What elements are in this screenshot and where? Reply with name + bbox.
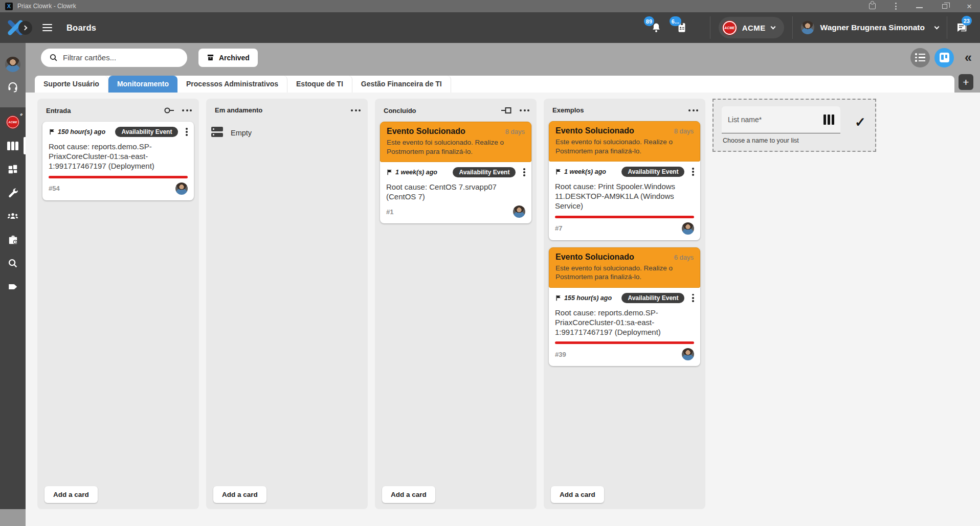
tab-suporte-usuario[interactable]: Suporte Usuário xyxy=(35,76,108,93)
column-title: Concluído xyxy=(384,107,416,115)
page-title: Boards xyxy=(66,23,96,33)
list-name-input[interactable] xyxy=(728,116,823,124)
tab-estoque-de-ti[interactable]: Estoque de TI xyxy=(287,76,352,93)
notifications-button[interactable]: 89 xyxy=(651,22,662,33)
card-title: Root cause: reports.demo.SP-PriaxCoreClu… xyxy=(49,142,188,171)
tab-monitoramento[interactable]: Monitoramento xyxy=(108,76,177,93)
tag-icon xyxy=(7,281,18,292)
sidebar-item-teams[interactable] xyxy=(0,210,26,223)
org-logo-icon: ACME ⚙ xyxy=(7,116,19,128)
sidebar-item-tools[interactable] xyxy=(0,186,26,199)
card-tag-badge[interactable]: Availability Event xyxy=(621,293,684,303)
restore-button[interactable] xyxy=(942,4,947,9)
card-menu-icon[interactable] xyxy=(186,128,188,136)
card-menu-icon[interactable] xyxy=(523,168,525,176)
approvals-button[interactable]: 6... xyxy=(676,22,687,33)
banner-age: 8 days xyxy=(505,128,525,135)
add-card-button[interactable]: Add a card xyxy=(551,486,604,503)
column-menu-icon[interactable] xyxy=(688,109,698,111)
sidebar-item-support[interactable] xyxy=(0,80,26,94)
card-progress-bar xyxy=(555,341,694,344)
close-button[interactable]: × xyxy=(967,2,972,11)
minimize-button[interactable] xyxy=(916,7,923,8)
search-icon xyxy=(49,53,58,62)
archived-button[interactable]: Archived xyxy=(198,49,258,67)
add-card-button[interactable]: Add a card xyxy=(44,486,98,503)
assignee-avatar[interactable] xyxy=(513,205,525,218)
banner-body: Este evento foi solucionado. Realize o P… xyxy=(555,138,694,155)
add-board-button[interactable]: + xyxy=(959,74,973,90)
flag-icon xyxy=(386,169,393,176)
filter-cards-input[interactable] xyxy=(63,53,170,62)
menu-icon[interactable] xyxy=(42,24,52,32)
kanban-card[interactable]: Evento Solucionado 8 days Este evento fo… xyxy=(549,121,700,240)
briefcase-clock-icon xyxy=(7,234,19,246)
sidebar-user-avatar[interactable] xyxy=(5,57,20,72)
banner-age: 8 days xyxy=(674,127,694,135)
flag-icon xyxy=(49,128,55,135)
swimlane-toggle-icon[interactable] xyxy=(164,106,174,115)
empty-state: Empty xyxy=(206,119,368,139)
card-tag-badge[interactable]: Availability Event xyxy=(621,167,684,177)
sidebar-item-tags[interactable] xyxy=(0,280,26,293)
sidebar-expand-button[interactable] xyxy=(18,21,32,35)
sidebar-item-boards[interactable] xyxy=(0,139,26,152)
list-name-field[interactable] xyxy=(722,106,840,133)
column-menu-icon[interactable] xyxy=(182,109,192,111)
drag-grip-icon[interactable] xyxy=(823,115,834,125)
column-menu-icon[interactable] xyxy=(351,109,361,111)
sidebar-item-org-settings[interactable]: ACME ⚙ xyxy=(0,116,26,129)
tab-processos-administrativos[interactable]: Processos Administrativos xyxy=(177,76,287,93)
approvals-badge: 6... xyxy=(670,16,681,26)
window-title: Priax Clowrk - Clowrk xyxy=(17,3,76,10)
header-divider xyxy=(947,16,947,39)
banner-age: 6 days xyxy=(674,254,694,261)
tab-gestao-financeira-de-ti[interactable]: Gestão Financeira de TI xyxy=(352,76,451,93)
flag-icon xyxy=(555,168,562,175)
header-divider xyxy=(710,16,710,39)
card-title: Root cause: CentOS 7.srvapp07 (CentOS 7) xyxy=(386,182,525,201)
card-resolution-banner: Evento Solucionado 8 days Este evento fo… xyxy=(380,122,531,162)
add-card-button[interactable]: Add a card xyxy=(213,486,266,503)
kanban-card[interactable]: Evento Solucionado 8 days Este evento fo… xyxy=(380,122,531,223)
org-selector[interactable]: ACME ACME xyxy=(719,17,784,38)
card-tag-badge[interactable]: Availability Event xyxy=(453,167,516,177)
card-age: 1 week(s) ago xyxy=(564,168,606,175)
assignee-avatar[interactable] xyxy=(175,182,188,195)
list-name-helper: Choose a name to your list xyxy=(722,137,840,144)
card-menu-icon[interactable] xyxy=(692,168,694,176)
user-name: Wagner Brugnera Simonato xyxy=(820,23,925,32)
column-exemplos: Exemplos Evento Solucionado 8 days Este … xyxy=(544,99,705,509)
kanban-card[interactable]: Evento Solucionado 6 days Este evento fo… xyxy=(549,247,700,367)
archive-icon xyxy=(207,54,214,61)
board-toolbar: Archived « xyxy=(26,43,980,72)
banner-title: Evento Solucionado xyxy=(555,253,634,262)
window-titlebar: X Priax Clowrk - Clowrk × xyxy=(0,0,980,12)
list-view-button[interactable] xyxy=(910,48,930,67)
card-menu-icon[interactable] xyxy=(692,294,694,302)
confirm-list-icon[interactable]: ✓ xyxy=(855,115,866,130)
filter-cards-combobox[interactable] xyxy=(41,49,187,67)
sidebar-item-dashboard[interactable] xyxy=(0,163,26,176)
add-card-button[interactable]: Add a card xyxy=(382,486,435,503)
card-resolution-banner: Evento Solucionado 8 days Este evento fo… xyxy=(549,121,700,162)
card-age: 155 hour(s) ago xyxy=(564,294,612,302)
column-menu-icon[interactable] xyxy=(520,109,529,111)
card-progress-bar xyxy=(49,176,188,178)
chevron-down-icon[interactable] xyxy=(175,54,180,59)
chat-button[interactable]: 23 xyxy=(955,21,968,34)
extensions-icon[interactable] xyxy=(869,3,876,9)
people-icon xyxy=(7,210,19,222)
collapse-panel-icon[interactable]: « xyxy=(965,51,972,64)
sidebar-item-workload[interactable] xyxy=(0,233,26,246)
kanban-card[interactable]: 150 hour(s) ago Availability Event Root … xyxy=(42,122,194,200)
user-menu[interactable]: Wagner Brugnera Simonato xyxy=(801,21,939,34)
card-tag-badge[interactable]: Availability Event xyxy=(115,127,178,137)
sidebar-item-search[interactable] xyxy=(0,257,26,270)
assignee-avatar[interactable] xyxy=(682,222,694,235)
assignee-avatar[interactable] xyxy=(682,348,694,360)
collapse-list-icon[interactable] xyxy=(501,106,512,115)
browser-menu-icon[interactable] xyxy=(895,3,897,10)
chat-badge: 23 xyxy=(962,16,972,26)
kanban-view-button[interactable] xyxy=(934,48,954,67)
